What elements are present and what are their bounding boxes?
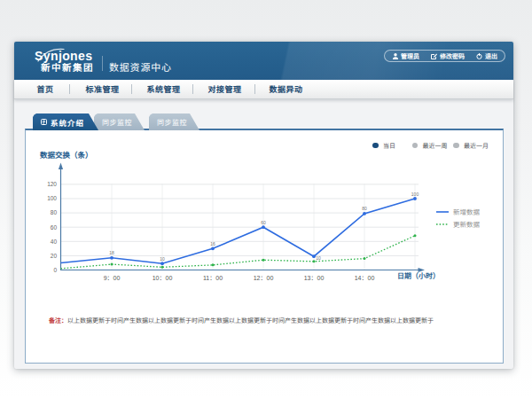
user-name-label: 管理员	[401, 52, 419, 59]
tab-label: 系统介绍	[51, 117, 84, 128]
page-title: 数据资源中心	[109, 59, 172, 74]
change-password-button[interactable]: 修改密码	[431, 52, 465, 59]
footnote-prefix: 备注：	[49, 316, 67, 325]
tab-label: 同步监控	[157, 117, 187, 127]
change-password-label: 修改密码	[440, 52, 465, 59]
power-icon	[476, 53, 482, 59]
nav-separator	[131, 84, 132, 94]
page-background: Synjones 新中新集团 数据资源中心 管理员 修改密码 退出	[0, 0, 532, 399]
nav-separator	[254, 84, 255, 94]
chart-y-axis-title: 数据交换（条）	[40, 149, 93, 160]
footnote-text: 以上数据更新于时间产生数据以上数据更新于时间产生数据以上数据更新于时间产生数据以…	[67, 316, 434, 325]
logout-label: 退出	[485, 52, 497, 59]
header-divider	[102, 56, 103, 71]
user-icon	[393, 53, 398, 59]
range-option-label: 当日	[383, 141, 395, 150]
nav-separator	[192, 84, 193, 94]
nav-separator	[69, 84, 70, 94]
user-toolbar: 管理员 修改密码 退出	[384, 50, 505, 62]
range-option-last-month[interactable]: 最近一月	[453, 141, 489, 150]
tab-sync-monitor-2[interactable]: 同步监控	[149, 113, 200, 130]
radio-dot-icon	[372, 143, 379, 149]
range-option-label: 最近一月	[464, 141, 489, 150]
logo-text: Synjones	[35, 49, 92, 61]
content-panel: 当日 最近一周 最近一月 数据交换（条） 日期（小时） 备注：以上数据更新于时间…	[25, 129, 504, 364]
main-nav: 首页 标准管理 系统管理 对接管理 数据异动	[14, 80, 513, 99]
nav-item-data-change[interactable]: 数据异动	[269, 80, 302, 98]
tab-sync-monitor-1[interactable]: 同步监控	[94, 113, 145, 130]
app-window: Synjones 新中新集团 数据资源中心 管理员 修改密码 退出	[14, 42, 513, 369]
logout-button[interactable]: 退出	[476, 52, 497, 59]
app-header: Synjones 新中新集团 数据资源中心 管理员 修改密码 退出	[14, 42, 513, 80]
nav-item-standards[interactable]: 标准管理	[85, 80, 119, 98]
chart-x-axis-title: 日期（小时）	[397, 270, 440, 280]
footnote: 备注：以上数据更新于时间产生数据以上数据更新于时间产生数据以上数据更新于时间产生…	[49, 316, 434, 325]
nav-item-system[interactable]: 系统管理	[146, 80, 180, 98]
tab-label: 同步监控	[102, 117, 132, 127]
range-option-today[interactable]: 当日	[372, 141, 395, 150]
edit-icon	[431, 53, 437, 59]
nav-item-home[interactable]: 首页	[36, 80, 53, 98]
tab-system-intro[interactable]: 系统介绍	[33, 113, 98, 130]
range-option-last-week[interactable]: 最近一周	[412, 141, 448, 150]
radio-dot-icon	[412, 143, 419, 149]
logo-subtext: 新中新集团	[41, 62, 94, 73]
nav-item-interface[interactable]: 对接管理	[207, 80, 241, 98]
radio-dot-icon	[453, 143, 459, 149]
user-menu[interactable]: 管理员	[393, 52, 419, 59]
report-icon	[41, 119, 47, 125]
range-option-label: 最近一周	[423, 141, 448, 150]
